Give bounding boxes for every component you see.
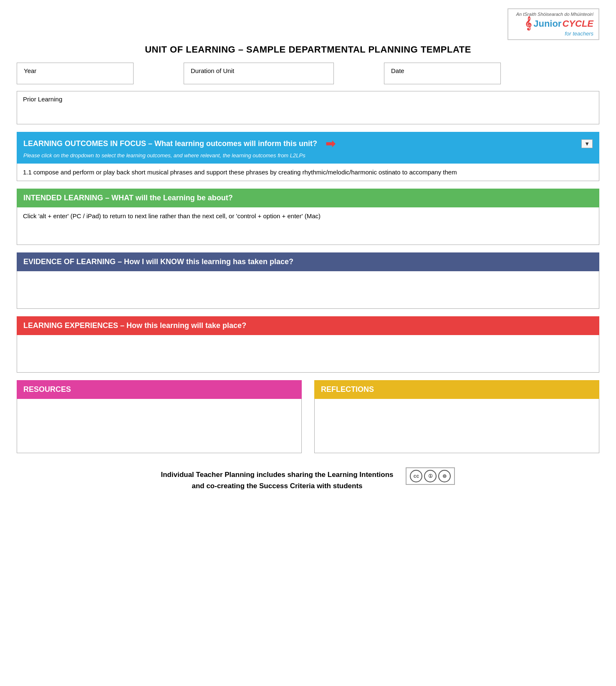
cc-circle-icon: ① bbox=[424, 470, 437, 482]
duration-label: Duration of Unit bbox=[191, 67, 234, 74]
year-label: Year bbox=[24, 67, 36, 74]
cc-by-icon: cc bbox=[410, 470, 422, 482]
logo-cycle: CYCLE bbox=[562, 18, 593, 29]
two-col-section: RESOURCES REFLECTIONS bbox=[17, 380, 599, 453]
reflections-content[interactable] bbox=[314, 399, 599, 453]
resources-content[interactable] bbox=[17, 399, 302, 453]
evidence-of-learning-header: EVIDENCE OF LEARNING – How I will KNOW t… bbox=[17, 252, 599, 271]
page-title: UNIT OF LEARNING – SAMPLE DEPARTMENTAL P… bbox=[17, 44, 599, 55]
learning-outcomes-title: LEARNING OUTCOMES IN FOCUS – What learni… bbox=[23, 139, 317, 148]
learning-outcomes-title-row: LEARNING OUTCOMES IN FOCUS – What learni… bbox=[23, 137, 335, 151]
resources-title: RESOURCES bbox=[23, 385, 71, 394]
learning-experiences-content[interactable] bbox=[17, 335, 599, 373]
year-field[interactable]: Year bbox=[17, 63, 134, 84]
intended-learning-title: INTENDED LEARNING – WHAT will the Learni… bbox=[23, 194, 233, 202]
footer-line1: Individual Teacher Planning includes sha… bbox=[161, 469, 394, 480]
learning-outcomes-text: 1.1 compose and perform or play back sho… bbox=[23, 169, 457, 176]
resources-section: RESOURCES bbox=[17, 380, 302, 453]
learning-experiences-section: LEARNING EXPERIENCES – How this learning… bbox=[17, 316, 599, 373]
prior-learning-box[interactable]: Prior Learning bbox=[17, 91, 599, 124]
duration-field[interactable]: Duration of Unit bbox=[184, 63, 334, 84]
logo-box: An tSraith Shóisearach do Mhúinteoirí 𝄞 … bbox=[507, 8, 599, 40]
resources-header: RESOURCES bbox=[17, 380, 302, 399]
evidence-of-learning-title: EVIDENCE OF LEARNING – How I will KNOW t… bbox=[23, 257, 293, 266]
footer: Individual Teacher Planning includes sha… bbox=[17, 461, 599, 492]
dropdown-icon[interactable]: ▼ bbox=[581, 139, 593, 148]
footer-line2: and co-creating the Success Criteria wit… bbox=[161, 480, 394, 492]
logo-junior: Junior bbox=[533, 18, 561, 29]
learning-outcomes-content: 1.1 compose and perform or play back sho… bbox=[17, 164, 599, 181]
date-field[interactable]: Date bbox=[384, 63, 501, 84]
logo-for-teachers: for teachers bbox=[565, 30, 593, 37]
intended-learning-content[interactable]: Click 'alt + enter' (PC / iPad) to retur… bbox=[17, 207, 599, 245]
reflections-title: REFLECTIONS bbox=[321, 385, 374, 394]
intended-learning-header: INTENDED LEARNING – WHAT will the Learni… bbox=[17, 189, 599, 207]
evidence-of-learning-section: EVIDENCE OF LEARNING – How I will KNOW t… bbox=[17, 252, 599, 309]
logo-main: 𝄞 Junior CYCLE bbox=[525, 17, 593, 30]
clef-icon: 𝄞 bbox=[525, 17, 532, 30]
learning-outcomes-header-row: LEARNING OUTCOMES IN FOCUS – What learni… bbox=[23, 137, 593, 151]
top-fields: Year Duration of Unit Date bbox=[17, 63, 599, 84]
cc-nc-icon: ⊜ bbox=[438, 470, 451, 482]
reflections-header: REFLECTIONS bbox=[314, 380, 599, 399]
evidence-of-learning-content[interactable] bbox=[17, 271, 599, 309]
prior-learning-label: Prior Learning bbox=[23, 96, 62, 103]
learning-experiences-header: LEARNING EXPERIENCES – How this learning… bbox=[17, 316, 599, 335]
learning-outcomes-section: LEARNING OUTCOMES IN FOCUS – What learni… bbox=[17, 132, 599, 181]
reflections-section: REFLECTIONS bbox=[314, 380, 599, 453]
learning-outcomes-subtext: Please click on the dropdown to select t… bbox=[23, 152, 305, 159]
learning-outcomes-header: LEARNING OUTCOMES IN FOCUS – What learni… bbox=[17, 132, 599, 164]
logo-small-text: An tSraith Shóisearach do Mhúinteoirí bbox=[516, 12, 593, 17]
intended-learning-section: INTENDED LEARNING – WHAT will the Learni… bbox=[17, 189, 599, 245]
intended-learning-text: Click 'alt + enter' (PC / iPad) to retur… bbox=[23, 212, 321, 219]
cc-icons: cc ① ⊜ bbox=[406, 467, 455, 485]
arrow-icon: ➡ bbox=[326, 137, 335, 151]
logo-area: An tSraith Shóisearach do Mhúinteoirí 𝄞 … bbox=[17, 8, 599, 40]
date-label: Date bbox=[391, 67, 404, 74]
footer-text: Individual Teacher Planning includes sha… bbox=[161, 469, 394, 492]
learning-experiences-title: LEARNING EXPERIENCES – How this learning… bbox=[23, 321, 246, 330]
